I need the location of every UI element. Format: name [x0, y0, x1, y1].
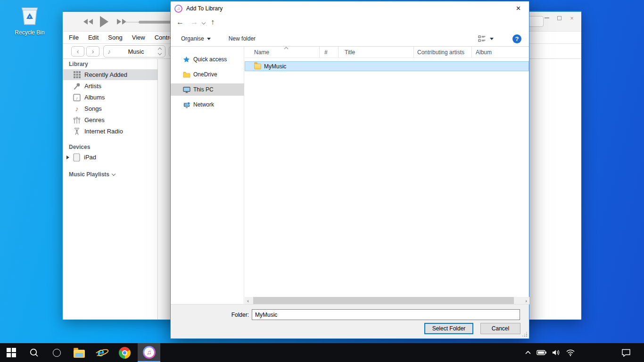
view-toggle-button[interactable]: [478, 35, 494, 42]
forward-icon[interactable]: →: [190, 18, 198, 26]
cortana-icon: [53, 349, 61, 357]
sidebar-item-songs[interactable]: ♪ Songs: [63, 103, 157, 114]
media-type-value: Music: [117, 48, 155, 55]
scroll-left-arrow[interactable]: ‹: [245, 297, 251, 304]
onedrive-folder-icon: [183, 71, 190, 78]
folder-icon: [254, 64, 261, 69]
ipad-icon: [72, 153, 81, 162]
close-icon[interactable]: ×: [567, 14, 577, 22]
select-folder-button[interactable]: Select Folder: [424, 323, 473, 334]
folder-label: Folder:: [171, 312, 249, 318]
close-icon[interactable]: ×: [508, 1, 529, 15]
media-type-selector[interactable]: ♪ Music: [103, 45, 165, 58]
recycle-bin-icon: [19, 20, 41, 28]
scroll-right-arrow[interactable]: ›: [523, 297, 529, 304]
taskbar-search-button[interactable]: [23, 343, 45, 362]
file-explorer-button[interactable]: [68, 343, 91, 362]
resize-grip[interactable]: [526, 336, 527, 337]
cancel-button[interactable]: Cancel: [480, 323, 520, 334]
cortana-button[interactable]: [45, 343, 68, 362]
recent-locations-chevron-icon[interactable]: [202, 21, 206, 25]
start-button[interactable]: [0, 343, 23, 362]
nav-item-onedrive[interactable]: OneDrive: [171, 68, 244, 81]
sidebar-item-internet-radio[interactable]: Internet Radio: [63, 126, 157, 137]
dialog-footer: Folder: Select Folder Cancel: [171, 304, 529, 338]
maximize-button[interactable]: [554, 14, 564, 22]
taskbar: e ♫: [0, 343, 644, 362]
itunes-taskbar-button[interactable]: ♫: [138, 343, 160, 362]
nav-item-label: Quick access: [193, 56, 227, 63]
menu-item-song[interactable]: Song: [103, 34, 127, 41]
sidebar-item-label: Songs: [84, 105, 102, 112]
rewind-button[interactable]: [83, 18, 94, 27]
action-center-button[interactable]: [621, 343, 631, 362]
column-label: Contributing artists: [417, 49, 464, 56]
battery-icon[interactable]: [537, 349, 547, 356]
sidebar-item-recently-added[interactable]: Recently Added: [63, 69, 157, 80]
nav-item-network[interactable]: Network: [171, 99, 244, 111]
sidebar-item-label: Internet Radio: [84, 128, 123, 135]
folder-name-input[interactable]: [252, 309, 520, 320]
play-button[interactable]: [99, 16, 109, 30]
organise-label: Organise: [181, 35, 204, 42]
sidebar-item-albums[interactable]: ♪ Albums: [63, 92, 157, 103]
chrome-button[interactable]: [113, 343, 136, 362]
network-icon: [183, 101, 190, 108]
sidebar-item-genres[interactable]: Genres: [63, 115, 157, 125]
hidden-icons-chevron-icon[interactable]: [524, 349, 532, 356]
file-row-mymusic[interactable]: MyMusic: [245, 61, 529, 71]
dialog-nav-pane: Quick access OneDrive This PC Network: [171, 47, 244, 304]
nav-item-this-pc[interactable]: This PC: [171, 83, 244, 96]
sort-ascending-icon: [284, 47, 289, 49]
sidebar-item-ipad[interactable]: iPad: [63, 152, 157, 163]
dropdown-triangle-icon: [207, 38, 211, 40]
search-icon: [29, 348, 39, 357]
genres-icon: [73, 116, 81, 124]
help-button[interactable]: ?: [512, 34, 521, 43]
organise-button[interactable]: Organise: [181, 35, 211, 42]
back-icon[interactable]: ←: [176, 18, 184, 26]
forward-button[interactable]: ›: [86, 46, 99, 57]
column-label: #: [324, 49, 328, 56]
sidebar-item-label: Genres: [84, 116, 105, 123]
menu-item-edit[interactable]: Edit: [83, 34, 103, 41]
nav-item-label: This PC: [193, 86, 214, 93]
column-contributing-artists[interactable]: Contributing artists: [414, 47, 472, 58]
music-playlists-label: Music Playlists: [69, 171, 109, 178]
dialog-title-bar[interactable]: ♫ Add To Library ×: [171, 1, 529, 16]
column-title[interactable]: Title: [339, 47, 414, 58]
fast-forward-button[interactable]: [116, 18, 127, 27]
up-icon[interactable]: ↑: [211, 18, 215, 26]
internet-explorer-button[interactable]: e: [91, 343, 113, 362]
dropdown-triangle-icon: [490, 38, 494, 40]
radio-tower-icon: [73, 128, 81, 135]
column-headers: Name # Title Contributing artists Album: [245, 47, 528, 58]
scrollbar-thumb[interactable]: [253, 297, 514, 304]
column-number[interactable]: #: [320, 47, 339, 58]
column-name[interactable]: Name: [245, 47, 320, 58]
volume-icon[interactable]: [552, 349, 561, 356]
minimize-button[interactable]: [542, 14, 552, 22]
wifi-icon[interactable]: [566, 349, 575, 356]
sidebar-item-artists[interactable]: Artists: [63, 81, 157, 91]
column-label: Album: [476, 49, 492, 56]
dialog-command-bar: Organise New folder ?: [171, 31, 529, 47]
menu-item-file[interactable]: File: [64, 34, 83, 41]
file-explorer-icon: [74, 350, 85, 358]
new-folder-button[interactable]: New folder: [229, 35, 256, 42]
grid-icon: [73, 71, 81, 78]
music-playlists-header[interactable]: Music Playlists: [69, 171, 115, 178]
windows-logo-icon: [7, 348, 16, 357]
dialog-title: Add To Library: [186, 5, 223, 12]
nav-item-quick-access[interactable]: Quick access: [171, 53, 244, 66]
back-button[interactable]: ‹: [71, 46, 84, 57]
disclosure-triangle-icon[interactable]: [66, 156, 69, 159]
horizontal-scrollbar[interactable]: ‹ ›: [245, 297, 529, 304]
add-to-library-dialog: ♫ Add To Library × ← → ↑ ♪ › This PC › M…: [170, 1, 529, 339]
recycle-bin-shortcut[interactable]: Recycle Bin: [8, 4, 51, 36]
microphone-icon: [73, 82, 81, 90]
menu-item-view[interactable]: View: [127, 34, 150, 41]
column-album[interactable]: Album: [472, 47, 528, 58]
system-tray: [524, 343, 575, 362]
file-name-label: MyMusic: [264, 63, 286, 70]
